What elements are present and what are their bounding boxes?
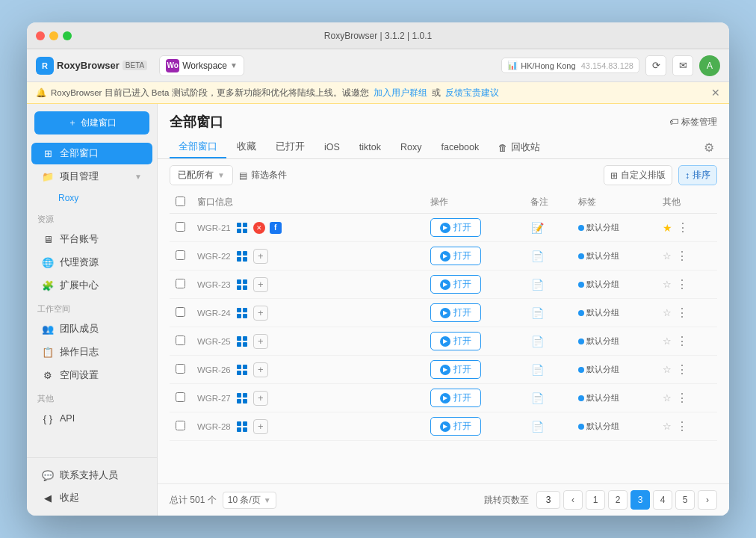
more-options-button[interactable]: ⋮: [676, 419, 688, 433]
add-profile-button[interactable]: +: [253, 334, 268, 349]
tab-open[interactable]: 已打开: [267, 137, 314, 158]
sidebar-item-platform-account[interactable]: 🖥 平台账号: [31, 229, 152, 250]
add-profile-button[interactable]: +: [253, 249, 268, 264]
note-icon[interactable]: 📄: [530, 362, 545, 377]
open-window-button[interactable]: ▶ 打开: [430, 417, 481, 436]
prev-page-button[interactable]: ‹: [563, 490, 583, 510]
more-options-button[interactable]: ⋮: [676, 306, 688, 320]
note-icon[interactable]: 📄: [530, 249, 545, 264]
per-page-selector[interactable]: 10 条/页 ▼: [223, 492, 276, 509]
row-checkbox[interactable]: [176, 250, 185, 260]
workspace-selector[interactable]: Wo Workspace ▼: [159, 55, 244, 76]
bookmark-icon[interactable]: ☆: [663, 307, 672, 318]
row-checkbox[interactable]: [176, 421, 185, 430]
more-options-button[interactable]: ⋮: [676, 362, 688, 377]
tab-ios[interactable]: iOS: [315, 138, 349, 158]
chevron-down-icon: ▼: [230, 61, 238, 69]
sidebar-item-all-windows[interactable]: ⊞ 全部窗口: [31, 143, 152, 164]
select-all-checkbox[interactable]: [176, 197, 185, 206]
tab-roxy[interactable]: Roxy: [391, 138, 430, 158]
filter-assign-button[interactable]: 已配所有 ▼: [170, 165, 233, 185]
tab-favorites[interactable]: 收藏: [228, 137, 265, 158]
bookmark-icon[interactable]: ☆: [663, 250, 672, 262]
sidebar-item-contact-support[interactable]: 💬 联系支持人员: [31, 465, 152, 486]
add-profile-button[interactable]: +: [253, 277, 268, 292]
add-profile-button[interactable]: +: [253, 306, 268, 321]
more-options-button[interactable]: ⋮: [676, 249, 688, 263]
page-3-button[interactable]: 3: [630, 490, 650, 510]
mail-icon-btn[interactable]: ✉: [672, 55, 693, 76]
tab-tiktok[interactable]: tiktok: [350, 138, 390, 158]
sidebar-item-proxy-resources[interactable]: 🌐 代理资源: [31, 252, 152, 273]
sidebar-item-project-mgmt[interactable]: 📁 项目管理 ▼: [31, 166, 152, 188]
star-icon[interactable]: ★: [663, 222, 672, 234]
bookmark-icon[interactable]: ☆: [663, 421, 672, 432]
feedback-link[interactable]: 反馈宝贵建议: [445, 87, 499, 99]
add-profile-button[interactable]: +: [253, 391, 268, 406]
tab-facebook[interactable]: facebook: [433, 138, 489, 158]
open-window-button[interactable]: ▶ 打开: [430, 360, 481, 379]
row-checkbox[interactable]: [176, 392, 185, 402]
close-button[interactable]: [36, 31, 45, 40]
refresh-icon-btn[interactable]: ⟳: [645, 55, 666, 76]
join-group-link[interactable]: 加入用户群组: [374, 87, 427, 99]
sidebar-item-roxy[interactable]: Roxy: [31, 189, 152, 207]
filter-conditions-button[interactable]: ▤ 筛选条件: [239, 169, 287, 182]
avatar[interactable]: A: [699, 55, 720, 76]
row-checkbox[interactable]: [176, 336, 185, 345]
sidebar-item-space-settings[interactable]: ⚙ 空间设置: [31, 365, 152, 386]
row-checkbox[interactable]: [176, 222, 185, 232]
sidebar-item-team-members[interactable]: 👥 团队成员: [31, 318, 152, 340]
maximize-button[interactable]: [63, 31, 72, 40]
open-window-button[interactable]: ▶ 打开: [430, 275, 481, 294]
minimize-button[interactable]: [49, 31, 58, 40]
bookmark-icon[interactable]: ☆: [663, 364, 672, 375]
more-options-button[interactable]: ⋮: [676, 277, 688, 291]
page-number-input[interactable]: [536, 491, 560, 509]
row-checkbox[interactable]: [176, 279, 185, 288]
open-icon: ▶: [440, 223, 450, 233]
open-window-button[interactable]: ▶ 打开: [430, 389, 481, 407]
add-profile-button[interactable]: +: [253, 362, 268, 377]
row-checkbox[interactable]: [176, 364, 185, 374]
tab-recycle[interactable]: 🗑 回收站: [489, 137, 549, 158]
more-options-button[interactable]: ⋮: [677, 220, 689, 235]
bookmark-icon[interactable]: ☆: [663, 279, 672, 290]
window-id: WGR-27: [197, 394, 231, 403]
open-window-button[interactable]: ▶ 打开: [430, 247, 481, 265]
open-window-button[interactable]: ▶ 打开: [430, 218, 481, 237]
sidebar-item-extensions[interactable]: 🧩 扩展中心: [31, 275, 152, 297]
row-checkbox[interactable]: [176, 307, 185, 317]
sort-button[interactable]: ↕ 排序: [678, 165, 717, 185]
tab-settings-gear[interactable]: ⚙: [701, 137, 717, 158]
page-1-button[interactable]: 1: [586, 490, 605, 510]
sidebar-item-api[interactable]: { } API: [31, 408, 152, 429]
page-4-button[interactable]: 4: [653, 490, 672, 510]
window-id: WGR-23: [197, 280, 231, 289]
more-options-button[interactable]: ⋮: [676, 334, 688, 348]
sidebar-item-operation-log[interactable]: 📋 操作日志: [31, 341, 152, 363]
open-window-button[interactable]: ▶ 打开: [430, 332, 481, 350]
next-page-button[interactable]: ›: [698, 490, 717, 510]
note-icon[interactable]: 📄: [530, 419, 545, 434]
page-2-button[interactable]: 2: [608, 490, 628, 510]
note-icon[interactable]: 📄: [530, 277, 545, 292]
create-window-button[interactable]: ＋ 创建窗口: [34, 111, 149, 134]
note-icon[interactable]: 📄: [530, 391, 545, 406]
add-profile-button[interactable]: +: [253, 419, 268, 434]
tag-management-button[interactable]: 🏷 标签管理: [669, 116, 717, 129]
announce-close[interactable]: ✕: [711, 87, 720, 99]
open-window-button[interactable]: ▶ 打开: [430, 303, 481, 322]
note-icon[interactable]: 📄: [530, 306, 545, 321]
sidebar-item-collapse[interactable]: ◀ 收起: [31, 487, 152, 509]
page-5-button[interactable]: 5: [675, 490, 695, 510]
bookmark-icon[interactable]: ☆: [663, 336, 672, 347]
more-options-button[interactable]: ⋮: [676, 391, 688, 405]
note-icon[interactable]: 📝: [530, 220, 545, 235]
navbar: R RoxyBrowser BETA Wo Workspace ▼ 📊 HK/H…: [27, 49, 729, 82]
tab-all-windows[interactable]: 全部窗口: [170, 137, 226, 158]
note-icon[interactable]: 📄: [530, 334, 545, 349]
content-area: 全部窗口 🏷 标签管理 全部窗口 收藏 已打开 iOS tiktok Roxy …: [158, 104, 729, 516]
bookmark-icon[interactable]: ☆: [663, 392, 672, 404]
custom-columns-button[interactable]: ⊞ 自定义排版: [604, 165, 672, 185]
